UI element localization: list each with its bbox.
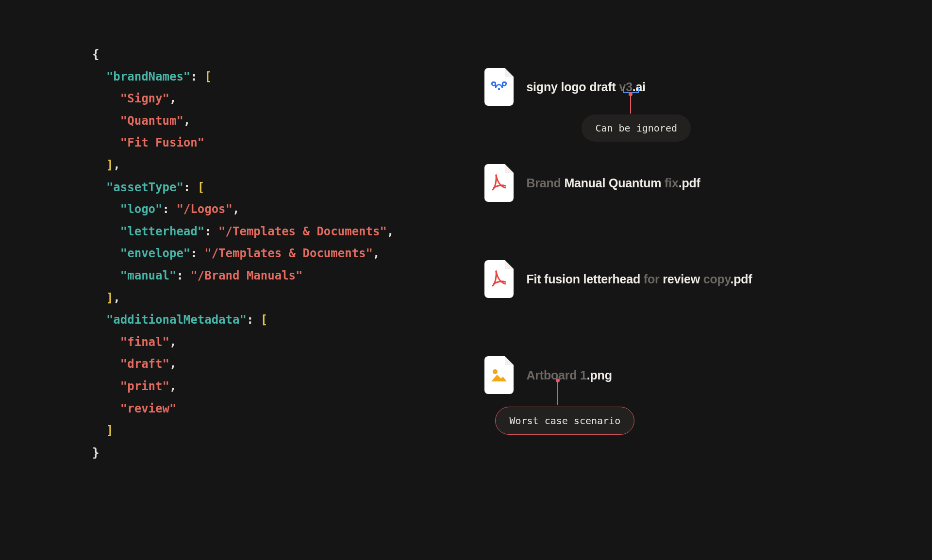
- file-item: Brand Manual Quantum fix.pdf: [484, 164, 932, 202]
- svg-point-3: [493, 369, 498, 374]
- layout: { "brandNames": [ "Signy", "Quantum", "F…: [0, 0, 932, 560]
- file-name: Artboard 1.png: [526, 368, 612, 382]
- code-panel: { "brandNames": [ "Signy", "Quantum", "F…: [0, 0, 484, 560]
- file-icon-ai: [484, 68, 514, 106]
- image-icon: [490, 368, 508, 382]
- file-name: Fit fusion letterhead for review copy.pd…: [526, 272, 752, 286]
- file-name: Brand Manual Quantum fix.pdf: [526, 176, 700, 190]
- annotation-worst-case: Worst case scenario: [495, 407, 634, 435]
- file-icon-image: [484, 356, 514, 394]
- annotation-pointer: [630, 94, 631, 115]
- pdf-icon: [491, 269, 507, 289]
- file-item: Artboard 1.png Worst case scenario: [484, 356, 932, 394]
- annotation-ignored: Can be ignored: [582, 115, 691, 142]
- file-list: signy logo draft v3.ai Can be ignored: [484, 68, 932, 394]
- file-item: Fit fusion letterhead for review copy.pd…: [484, 260, 932, 298]
- vector-pen-icon: [490, 80, 508, 94]
- svg-rect-2: [498, 88, 500, 90]
- file-icon-pdf: [484, 164, 514, 202]
- pdf-icon: [491, 173, 507, 193]
- file-item: signy logo draft v3.ai Can be ignored: [484, 68, 932, 106]
- svg-point-0: [492, 82, 496, 86]
- files-panel: signy logo draft v3.ai Can be ignored: [484, 0, 932, 560]
- svg-point-1: [503, 82, 506, 86]
- file-icon-pdf: [484, 260, 514, 298]
- json-config: { "brandNames": [ "Signy", "Quantum", "F…: [92, 44, 484, 464]
- annotation-pointer: [557, 380, 558, 407]
